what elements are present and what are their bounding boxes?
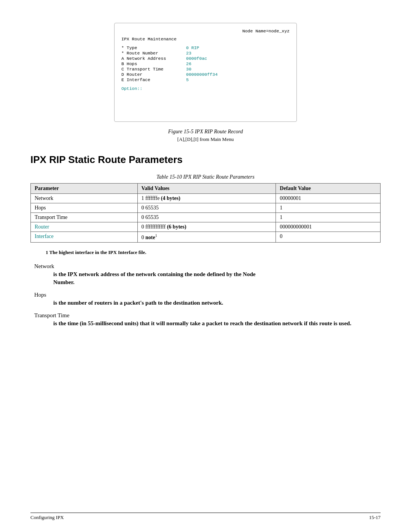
param-table: Parameter Valid Values Default Value Net… <box>30 183 381 243</box>
table-note: 1 The highest interface in the IPX Inter… <box>46 249 381 256</box>
table-cell-valid: 0 65535 <box>137 213 276 222</box>
terminal-row-label: C Transport Time <box>121 67 186 72</box>
definition-section: Hopsis the number of routers in a packet… <box>30 292 381 306</box>
table-cell-default: 00000001 <box>276 194 381 203</box>
col-header-default: Default Value <box>276 184 381 194</box>
table-cell-valid: 0 65535 <box>137 203 276 213</box>
terminal-row: D Router00000000ff34 <box>121 72 290 77</box>
table-cell-default: 000000000001 <box>276 222 381 232</box>
table-header-row: Parameter Valid Values Default Value <box>31 184 381 194</box>
terminal-row-value: 5 <box>186 77 189 82</box>
table-cell-default: 0 <box>276 232 381 243</box>
terminal-row-value: 26 <box>186 61 191 66</box>
definition-continuation: Number. <box>30 279 381 286</box>
terminal-title: IPX Route Maintenance <box>121 37 290 42</box>
terminal-row-label: * Route Number <box>121 51 186 56</box>
section-heading: IPX RIP Static Route Parameters <box>30 154 381 166</box>
table-cell-param: Router <box>31 222 138 232</box>
definition-text: is the IPX network address of the networ… <box>30 271 381 278</box>
terminal-row: A Network Address0000f0ac <box>121 56 290 61</box>
table-notes: 1 The highest interface in the IPX Inter… <box>46 249 381 256</box>
table-row: Transport Time0 655351 <box>31 213 381 222</box>
definitions-container: Networkis the IPX network address of the… <box>30 263 381 327</box>
footer-right: 15-17 <box>369 514 381 521</box>
definition-term: Transport Time <box>30 312 381 319</box>
table-cell-param: Network <box>31 194 138 203</box>
footer-left: Configuring IPX <box>30 514 64 521</box>
node-name: Node Name=node_xyz <box>121 29 290 34</box>
terminal-row-value: 23 <box>186 51 191 56</box>
definition-text: is the time (in 55-millisecond units) th… <box>30 320 381 327</box>
terminal-row-label: * Type <box>121 45 186 50</box>
footer: Configuring IPX 15-17 <box>30 513 381 521</box>
col-header-parameter: Parameter <box>31 184 138 194</box>
terminal-row-value: 30 <box>186 67 191 72</box>
terminal-row: E Interface5 <box>121 77 290 82</box>
terminal-row-label: B Hops <box>121 61 186 66</box>
col-header-valid: Valid Values <box>137 184 276 194</box>
figure-sub-text: [A],[D],[I] from Main Menu <box>177 136 234 142</box>
definition-section: Transport Timeis the time (in 55-millise… <box>30 312 381 327</box>
table-row: Interface0 note10 <box>31 232 381 243</box>
terminal-row-value: 0000f0ac <box>186 56 207 61</box>
table-caption: Table 15-10 IPX RIP Static Route Paramet… <box>30 174 381 180</box>
figure-sub: [A],[D],[I] from Main Menu <box>30 136 381 142</box>
table-cell-param: Transport Time <box>31 213 138 222</box>
table-cell-default: 1 <box>276 203 381 213</box>
terminal-figure: Node Name=node_xyz IPX Route Maintenance… <box>30 23 381 122</box>
figure-caption: Figure 15-5 IPX RIP Route Record <box>30 129 381 135</box>
terminal-rows: * Type0 RIP* Route Number23A Network Add… <box>121 45 290 82</box>
table-cell-param: Hops <box>31 203 138 213</box>
definition-term: Network <box>30 263 381 270</box>
terminal-row: * Route Number23 <box>121 51 290 56</box>
table-row: Router0 ffffffffffff (6 bytes)0000000000… <box>31 222 381 232</box>
terminal-row-label: E Interface <box>121 77 186 82</box>
terminal-row-label: A Network Address <box>121 56 186 61</box>
table-cell-valid: 1 fffffffe (4 bytes) <box>137 194 276 203</box>
terminal-row-value: 00000000ff34 <box>186 72 218 77</box>
terminal-row: * Type0 RIP <box>121 45 290 50</box>
table-row: Hops0 655351 <box>31 203 381 213</box>
definition-section: Networkis the IPX network address of the… <box>30 263 381 286</box>
definition-text: is the number of routers in a packet's p… <box>30 300 381 306</box>
table-cell-valid: 0 note1 <box>137 232 276 243</box>
terminal-box: Node Name=node_xyz IPX Route Maintenance… <box>114 23 297 122</box>
table-cell-param: Interface <box>31 232 138 243</box>
table-cell-default: 1 <box>276 213 381 222</box>
table-row: Network1 fffffffe (4 bytes)00000001 <box>31 194 381 203</box>
terminal-row-label: D Router <box>121 72 186 77</box>
terminal-row-value: 0 RIP <box>186 45 199 50</box>
terminal-row: C Transport Time30 <box>121 67 290 72</box>
terminal-row: B Hops26 <box>121 61 290 66</box>
definition-term: Hops <box>30 292 381 298</box>
terminal-option: Option:: <box>121 86 290 91</box>
table-cell-valid: 0 ffffffffffff (6 bytes) <box>137 222 276 232</box>
